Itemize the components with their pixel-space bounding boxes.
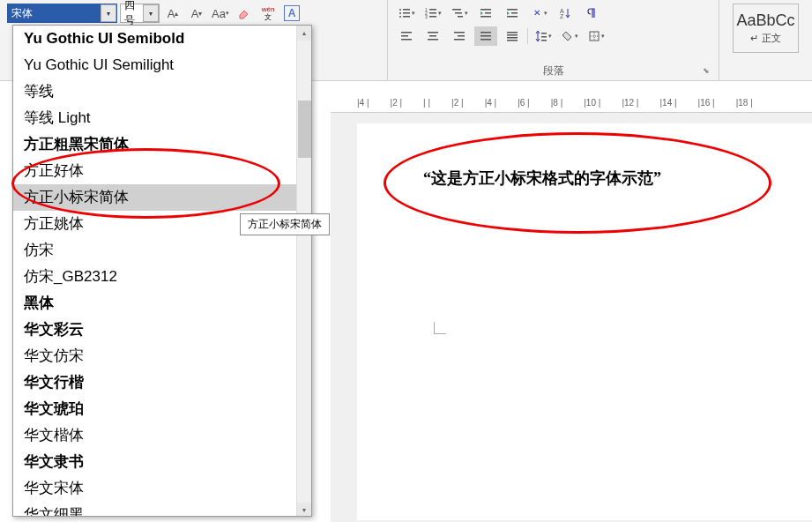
grow-font-button[interactable]: A▴ xyxy=(162,4,183,23)
horizontal-ruler[interactable]: |4 ||2 || ||2 ||4 ||6 ||8 ||10 ||12 ||14… xyxy=(331,93,812,113)
font-option[interactable]: 等线 Light xyxy=(13,105,311,131)
svg-rect-20 xyxy=(507,16,518,18)
svg-rect-28 xyxy=(429,35,436,37)
svg-rect-35 xyxy=(480,39,491,41)
font-option[interactable]: 华文仿宋 xyxy=(13,343,311,369)
svg-text:Z: Z xyxy=(560,13,564,19)
svg-rect-26 xyxy=(401,39,412,41)
align-center-button[interactable] xyxy=(421,26,444,46)
shrink-font-button[interactable]: A▾ xyxy=(186,4,207,23)
ruler-tick: |10 | xyxy=(584,98,600,108)
document-area: “这是方正小标宋格式的字体示范” xyxy=(331,113,812,522)
svg-rect-41 xyxy=(541,36,547,38)
svg-rect-39 xyxy=(507,40,518,41)
ruler-tick: |12 | xyxy=(622,98,638,108)
paragraph-group: 123 ✕ AZ xyxy=(388,0,719,80)
styles-group: AaBbCc ↵ 正文 xyxy=(719,0,812,80)
bullets-button[interactable] xyxy=(395,4,418,23)
font-name-select[interactable]: 宋体 ▾ xyxy=(7,4,117,23)
svg-rect-34 xyxy=(480,35,491,37)
svg-point-4 xyxy=(399,16,401,18)
scroll-down-arrow-icon[interactable]: ▾ xyxy=(297,503,311,517)
font-option[interactable]: 华文宋体 xyxy=(13,475,311,502)
font-dropdown-arrow-icon[interactable]: ▾ xyxy=(101,4,116,22)
svg-point-0 xyxy=(399,9,401,11)
svg-rect-13 xyxy=(455,12,462,14)
ruler-tick: |14 | xyxy=(659,98,676,108)
font-option[interactable]: 仿宋_GB2312 xyxy=(13,264,311,290)
svg-rect-25 xyxy=(401,35,408,37)
font-option[interactable]: 华文琥珀 xyxy=(13,396,311,422)
style-sample-text: AaBbCc xyxy=(736,11,794,30)
svg-rect-3 xyxy=(403,12,410,14)
font-option[interactable]: 方正小标宋简体 xyxy=(13,184,311,211)
svg-rect-36 xyxy=(507,32,518,34)
svg-rect-15 xyxy=(480,9,491,11)
svg-rect-16 xyxy=(485,12,491,14)
svg-rect-17 xyxy=(480,16,491,18)
font-option[interactable]: 华文行楷 xyxy=(13,369,311,396)
font-option[interactable]: 华文彩云 xyxy=(13,317,311,343)
ruler-tick: |2 | xyxy=(451,98,464,108)
indent-decrease-button[interactable] xyxy=(474,4,497,23)
paragraph-dialog-launcher[interactable]: ⬊ xyxy=(703,66,713,77)
sample-paragraph[interactable]: “这是方正小标宋格式的字体示范” xyxy=(423,168,661,189)
document-page[interactable]: “这是方正小标宋格式的字体示范” xyxy=(357,123,812,520)
svg-rect-12 xyxy=(452,9,461,11)
font-dropdown-list: Yu Gothic UI SemiboldYu Gothic UI Semili… xyxy=(12,25,312,517)
font-option[interactable]: 方正好体 xyxy=(13,158,311,184)
svg-point-2 xyxy=(399,12,401,14)
font-size-select[interactable]: 四号 ▾ xyxy=(120,4,160,23)
font-option[interactable]: 华文隶书 xyxy=(13,449,311,475)
indent-increase-button[interactable] xyxy=(501,4,524,23)
change-case-button[interactable]: Aa▾ xyxy=(210,4,231,23)
svg-rect-29 xyxy=(428,39,438,41)
svg-text:3: 3 xyxy=(425,14,428,19)
align-distribute-button[interactable] xyxy=(501,26,524,46)
align-right-button[interactable] xyxy=(448,26,471,46)
clear-format-button[interactable] xyxy=(234,4,255,23)
phonetic-guide-button[interactable]: wén 文 xyxy=(257,4,279,23)
show-marks-button[interactable] xyxy=(580,4,603,23)
margin-mark-icon xyxy=(434,322,446,334)
ruler-tick: |18 | xyxy=(736,98,753,108)
sort-button[interactable]: AZ xyxy=(554,4,577,23)
dropdown-scrollbar[interactable]: ▴ ▾ xyxy=(296,26,311,517)
numbering-button[interactable]: 123 xyxy=(421,4,444,23)
style-normal[interactable]: AaBbCc ↵ 正文 xyxy=(733,4,799,53)
para-row-1: 123 ✕ AZ xyxy=(395,4,711,23)
size-dropdown-arrow-icon[interactable]: ▾ xyxy=(143,4,159,22)
font-option[interactable]: Yu Gothic UI Semilight xyxy=(13,52,311,78)
scroll-up-arrow-icon[interactable]: ▴ xyxy=(297,26,311,41)
scroll-thumb[interactable] xyxy=(298,101,311,158)
char-border-button[interactable]: A xyxy=(281,4,302,23)
shading-button[interactable] xyxy=(558,26,581,46)
align-left-button[interactable] xyxy=(395,26,418,46)
font-option[interactable]: 黑体 xyxy=(13,290,311,317)
line-spacing-button[interactable] xyxy=(532,26,555,46)
font-option[interactable]: 方正粗黑宋简体 xyxy=(13,131,311,158)
svg-text:✕: ✕ xyxy=(533,8,540,18)
font-option[interactable]: 仿宋 xyxy=(13,237,311,264)
ruler-tick: |8 | xyxy=(551,98,563,108)
ruler-tick: |6 | xyxy=(518,98,530,108)
svg-rect-31 xyxy=(458,35,465,37)
svg-rect-1 xyxy=(403,9,410,11)
borders-button[interactable] xyxy=(585,26,607,46)
font-option[interactable]: 华文楷体 xyxy=(13,422,311,449)
ruler-tick: |4 | xyxy=(357,98,369,108)
font-option[interactable]: 等线 xyxy=(13,78,311,105)
svg-rect-7 xyxy=(429,9,436,11)
svg-rect-19 xyxy=(511,12,518,14)
char-spacing-button[interactable]: ✕ xyxy=(527,4,550,23)
svg-rect-5 xyxy=(403,16,410,18)
font-option[interactable]: 华文细黑 xyxy=(13,502,311,517)
svg-rect-18 xyxy=(507,9,518,11)
multilevel-button[interactable] xyxy=(448,4,471,23)
style-name-text: ↵ 正文 xyxy=(750,32,780,45)
svg-rect-14 xyxy=(458,16,463,18)
svg-rect-42 xyxy=(541,40,547,41)
align-justify-button[interactable] xyxy=(474,26,497,46)
ruler-tick: |16 | xyxy=(698,98,715,108)
font-option[interactable]: Yu Gothic UI Semibold xyxy=(13,26,311,52)
